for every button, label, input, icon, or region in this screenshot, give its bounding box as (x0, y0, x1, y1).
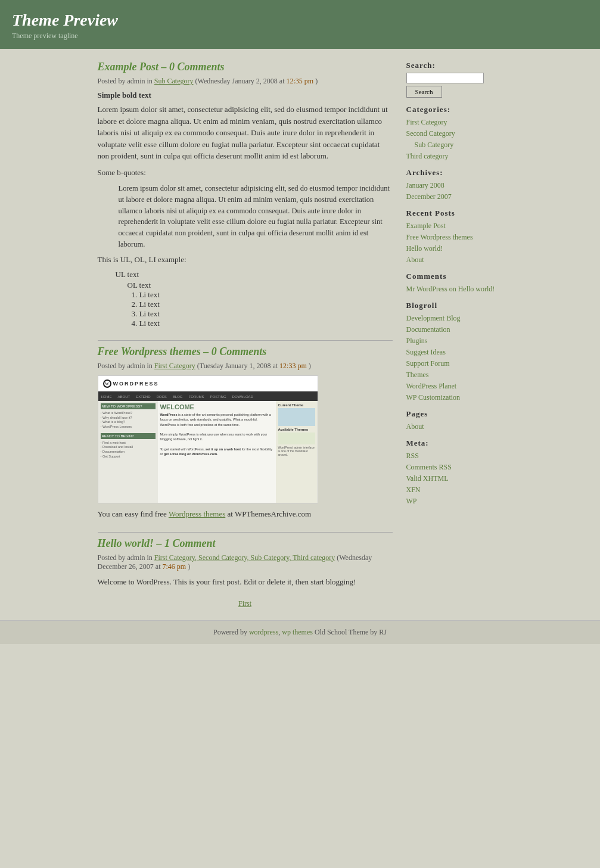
category-link[interactable]: Third category (406, 152, 449, 160)
category-link[interactable]: Sub Category (415, 141, 454, 149)
meta-item: Valid XHTML (406, 474, 504, 483)
post-free-wordpress: Free Wordpress themes – 0 Comments Poste… (98, 346, 393, 520)
post-title-2[interactable]: Free Wordpress themes – 0 Comments (98, 346, 393, 358)
post-divider (98, 340, 393, 341)
list-item: Li text (139, 319, 393, 328)
post-category-link-2[interactable]: First Category (154, 362, 195, 370)
meta-link[interactable]: Valid XHTML (406, 474, 449, 483)
blogroll-section: Blogroll Development Blog Documentation … (406, 301, 504, 402)
meta-link[interactable]: WP (406, 497, 417, 505)
blogroll-link[interactable]: Suggest Ideas (406, 348, 446, 356)
recent-post-item: Example Post (406, 221, 504, 231)
meta-item: RSS (406, 451, 504, 461)
ul-label: UL text (116, 270, 393, 279)
wordpress-themes-link[interactable]: Wordpress themes (169, 509, 225, 518)
post-title[interactable]: Example Post – 0 Comments (98, 61, 393, 73)
blogroll-link[interactable]: Support Forum (406, 359, 450, 368)
recent-post-link[interactable]: About (406, 256, 424, 264)
ol-label: OL text Li text Li text Li text Li text (128, 281, 393, 328)
comments-list: Mr WordPress on Hello world! (406, 284, 504, 294)
post-meta-2: Posted by admin in First Category (Tuesd… (98, 362, 393, 371)
post-example: Example Post – 0 Comments Posted by admi… (98, 61, 393, 328)
post-bold-text: Simple bold text (98, 91, 393, 100)
comment-link[interactable]: Mr WordPress on Hello world! (406, 285, 495, 293)
category-item: Second Category (406, 129, 504, 138)
archives-section: Archives: January 2008 December 2007 (406, 168, 504, 201)
archive-item: January 2008 (406, 181, 504, 190)
comments-section: Comments Mr WordPress on Hello world! (406, 272, 504, 294)
pages-heading: Pages (406, 409, 504, 419)
archive-item: December 2007 (406, 192, 504, 201)
recent-post-link[interactable]: Hello world! (406, 244, 443, 253)
footer-wordpress-link[interactable]: wordpress (249, 628, 278, 636)
categories-section: Categories: First Category Second Catego… (406, 105, 504, 161)
post-time-2: 12:33 pm (279, 362, 307, 370)
blogroll-heading: Blogroll (406, 301, 504, 310)
blogroll-item: Suggest Ideas (406, 347, 504, 357)
recent-post-link[interactable]: Free Wordpress themes (406, 233, 473, 241)
category-link[interactable]: Second Category (406, 129, 455, 138)
archives-list: January 2008 December 2007 (406, 181, 504, 201)
blogroll-item: WP Customization (406, 393, 504, 402)
post-blockquote: Lorem ipsum dolor sit amet, consectetur … (119, 183, 393, 250)
post-title-link-3[interactable]: Hello world! – 1 Comment (98, 537, 216, 549)
blogroll-link[interactable]: WordPress Planet (406, 382, 457, 390)
meta-list: RSS Comments RSS Valid XHTML XFN WP (406, 451, 504, 506)
post-body-2: You can easy find free Wordpress themes … (98, 508, 393, 520)
post-hello-world: Hello world! – 1 Comment Posted by admin… (98, 537, 393, 588)
footer: Powered by wordpress, wp themes Old Scho… (0, 620, 600, 644)
pages-section: Pages About (406, 409, 504, 431)
page-item: About (406, 422, 504, 431)
site-tagline: Theme preview tagline (12, 32, 588, 41)
categories-heading: Categories: (406, 105, 504, 114)
category-link[interactable]: First Category (406, 118, 447, 126)
blogroll-item: Support Forum (406, 359, 504, 368)
post-meta: Posted by admin in Sub Category (Wednesd… (98, 77, 393, 86)
blogroll-link[interactable]: Development Blog (406, 314, 461, 322)
meta-heading: Meta: (406, 438, 504, 448)
post-time-3: 7:46 pm (162, 562, 186, 571)
archive-link[interactable]: January 2008 (406, 181, 444, 189)
meta-item: WP (406, 496, 504, 506)
meta-item: Comments RSS (406, 462, 504, 472)
search-input[interactable] (406, 73, 484, 83)
search-label: Search: (406, 61, 504, 70)
meta-item: XFN (406, 485, 504, 494)
list-item: Li text (139, 290, 393, 300)
comment-item: Mr WordPress on Hello world! (406, 284, 504, 294)
archives-heading: Archives: (406, 168, 504, 178)
search-button[interactable]: Search (406, 86, 442, 98)
blogroll-link[interactable]: Plugins (406, 337, 428, 345)
meta-link[interactable]: RSS (406, 452, 419, 460)
blogroll-item: Plugins (406, 336, 504, 346)
post-title-link[interactable]: Example Post – 0 Comments (98, 61, 225, 73)
recent-post-link[interactable]: Example Post (406, 222, 446, 230)
footer-wp-themes-link[interactable]: wp themes (282, 628, 313, 636)
blogroll-item: WordPress Planet (406, 381, 504, 391)
meta-link[interactable]: Comments RSS (406, 463, 452, 471)
blogroll-link[interactable]: WP Customization (406, 393, 461, 402)
main-content: Example Post – 0 Comments Posted by admi… (92, 55, 402, 614)
ol-list: Li text Li text Li text Li text (139, 290, 393, 328)
meta-link[interactable]: XFN (406, 486, 421, 494)
post-title-link-2[interactable]: Free Wordpress themes – 0 Comments (98, 346, 267, 357)
blogroll-list: Development Blog Documentation Plugins S… (406, 313, 504, 402)
pagination-first[interactable]: First (238, 599, 251, 608)
post-ul-ol-label: This is UL, OL, LI example: (98, 254, 393, 266)
blogroll-link[interactable]: Themes (406, 371, 429, 379)
blogroll-item: Documentation (406, 325, 504, 334)
blogroll-item: Themes (406, 370, 504, 379)
blogroll-link[interactable]: Documentation (406, 325, 450, 334)
archive-link[interactable]: December 2007 (406, 192, 452, 201)
post-category-link[interactable]: Sub Category (154, 77, 194, 85)
category-item-sub: Sub Category (406, 140, 504, 150)
sidebar: Search: Search Categories: First Categor… (402, 55, 509, 614)
page-link[interactable]: About (406, 422, 424, 431)
list-item: Li text (139, 309, 393, 319)
post-list-section: UL text OL text Li text Li text Li text … (116, 270, 393, 328)
post-categories-link-3[interactable]: First Category, Second Category, Sub Cat… (154, 553, 335, 562)
categories-list: First Category Second Category Sub Categ… (406, 117, 504, 161)
post-title-3[interactable]: Hello world! – 1 Comment (98, 537, 393, 550)
site-title: Theme Preview (12, 11, 588, 30)
recent-post-item: Free Wordpress themes (406, 232, 504, 242)
